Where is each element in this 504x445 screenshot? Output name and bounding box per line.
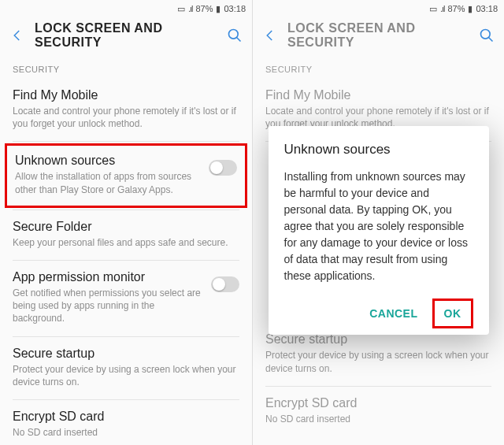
setting-title: Secure Folder	[13, 220, 239, 234]
status-bar: ▭ .ıl 87% ▮ 03:18	[0, 0, 252, 17]
dialog-actions: CANCEL OK	[284, 299, 473, 328]
svg-line-1	[237, 38, 241, 42]
setting-desc: No SD card inserted	[13, 426, 239, 439]
dialog-body: Installing from unknown sources may be h…	[284, 169, 473, 284]
clock: 03:18	[224, 4, 246, 13]
setting-unknown-sources[interactable]: Unknown sources Allow the installation o…	[5, 143, 247, 207]
battery-icon: ▮	[216, 4, 220, 14]
setting-find-my-mobile[interactable]: Find My Mobile Locate and control your p…	[0, 79, 252, 141]
setting-desc: Allow the installation of apps from sour…	[15, 170, 201, 195]
setting-desc: Protect your device by using a screen lo…	[13, 363, 239, 388]
phone-left: ▭ .ıl 87% ▮ 03:18 LOCK SCREEN AND SECURI…	[0, 0, 252, 445]
setting-secure-folder[interactable]: Secure Folder Keep your personal files a…	[0, 210, 252, 260]
search-button[interactable]	[225, 26, 244, 45]
back-button[interactable]	[8, 26, 27, 45]
cancel-button[interactable]: CANCEL	[360, 301, 427, 326]
setting-title: Encrypt SD card	[13, 410, 239, 424]
setting-encrypt-sd[interactable]: Encrypt SD card No SD card inserted	[0, 400, 252, 445]
unknown-sources-toggle[interactable]	[209, 160, 237, 176]
setting-desc: Keep your personal files and apps safe a…	[13, 236, 239, 249]
unknown-sources-dialog: Unknown sources Installing from unknown …	[269, 126, 489, 335]
card-icon: ▭	[177, 4, 185, 14]
setting-desc: Locate and control your phone remotely i…	[13, 105, 239, 130]
setting-secure-startup[interactable]: Secure startup Protect your device by us…	[0, 337, 252, 399]
divider	[13, 141, 239, 142]
setting-app-permission-monitor[interactable]: App permission monitor Get notified when…	[0, 261, 252, 336]
signal-icon: .ıl	[188, 4, 193, 13]
app-header: LOCK SCREEN AND SECURITY	[0, 17, 252, 54]
page-title: LOCK SCREEN AND SECURITY	[35, 21, 225, 50]
dialog-title: Unknown sources	[284, 142, 473, 158]
app-permission-toggle[interactable]	[211, 276, 239, 292]
battery-pct: 87%	[195, 4, 213, 13]
phone-right: ▭ .ıl 87% ▮ 03:18 LOCK SCREEN AND SECURI…	[252, 0, 504, 445]
ok-button[interactable]: OK	[436, 304, 469, 323]
setting-title: Find My Mobile	[13, 88, 239, 102]
svg-point-0	[229, 30, 239, 39]
setting-title: Unknown sources	[15, 154, 201, 168]
setting-title: Secure startup	[13, 347, 239, 361]
setting-title: App permission monitor	[13, 270, 203, 284]
section-header-security: SECURITY	[0, 54, 252, 79]
ok-highlight: OK	[432, 299, 473, 328]
setting-desc: Get notified when permissions you select…	[13, 287, 203, 325]
